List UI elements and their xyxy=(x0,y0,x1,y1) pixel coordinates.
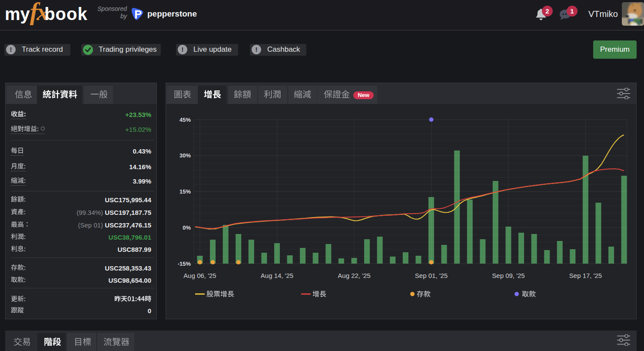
svg-text:15%: 15% xyxy=(179,188,191,195)
svg-text:45%: 45% xyxy=(179,117,191,123)
svg-text:Sep 17, '25: Sep 17, '25 xyxy=(569,272,602,279)
svg-text:-15%: -15% xyxy=(178,261,191,267)
svg-text:30%: 30% xyxy=(179,152,191,159)
svg-text:Aug 14, '25: Aug 14, '25 xyxy=(261,272,293,279)
svg-text:Sep 09, '25: Sep 09, '25 xyxy=(492,272,524,279)
svg-text:Aug 06, '25: Aug 06, '25 xyxy=(183,272,216,279)
svg-text:0%: 0% xyxy=(183,224,191,231)
svg-text:Sep 01, '25: Sep 01, '25 xyxy=(415,272,448,279)
svg-text:Aug 22, '25: Aug 22, '25 xyxy=(338,272,370,279)
